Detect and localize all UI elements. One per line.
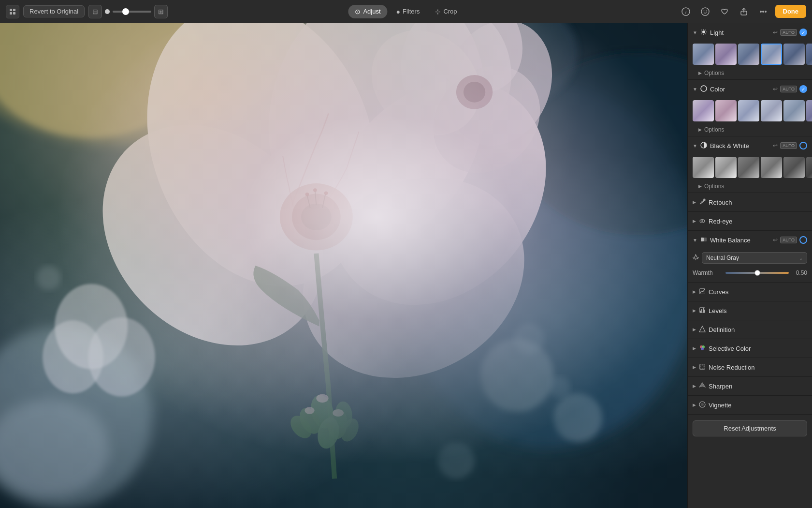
filters-icon: ● bbox=[396, 8, 400, 15]
light-title: Light bbox=[710, 29, 770, 36]
color-thumb-6[interactable] bbox=[806, 100, 812, 121]
right-panel: ▼ Light ↩ bbox=[687, 23, 812, 508]
wb-content: Neutral Gray ⌄ Warmth 0.50 bbox=[688, 249, 812, 282]
selective-color-chevron: ▶ bbox=[693, 346, 696, 351]
light-thumb-3[interactable] bbox=[738, 44, 759, 65]
selective-color-section-header[interactable]: ▶ Selective Color bbox=[688, 339, 812, 358]
svg-rect-98 bbox=[702, 368, 703, 369]
more-button[interactable] bbox=[756, 4, 770, 19]
bw-thumb-4[interactable] bbox=[761, 157, 782, 178]
photo-display bbox=[0, 23, 687, 508]
svg-line-66 bbox=[701, 30, 702, 30]
bw-options[interactable]: ▶ Options bbox=[688, 181, 812, 193]
sharpen-chevron: ▶ bbox=[693, 384, 696, 388]
light-actions: ↩ AUTO ✓ bbox=[773, 29, 807, 36]
light-options-label: Options bbox=[704, 70, 724, 76]
svg-rect-0 bbox=[10, 9, 12, 11]
levels-chevron: ▶ bbox=[693, 308, 696, 313]
light-options[interactable]: ▶ Options bbox=[688, 68, 812, 79]
sharpen-section-header[interactable]: ▶ Sharpen bbox=[688, 377, 812, 395]
light-toggle[interactable]: ✓ bbox=[799, 29, 807, 36]
done-button[interactable]: Done bbox=[775, 5, 807, 18]
svg-rect-2 bbox=[10, 12, 12, 15]
wb-section: ▼ White Balance ↩ AUTO bbox=[688, 231, 812, 283]
light-thumb-1[interactable] bbox=[693, 44, 714, 65]
svg-rect-12 bbox=[765, 11, 767, 13]
color-thumb-3[interactable] bbox=[738, 100, 759, 121]
noise-reduction-section-header[interactable]: ▶ Noise Reduction bbox=[688, 358, 812, 376]
redeye-section-header[interactable]: ▶ Red-eye bbox=[688, 212, 812, 230]
vignette-section-header[interactable]: ▶ Vignette bbox=[688, 396, 812, 414]
light-thumb-6[interactable] bbox=[806, 44, 812, 65]
svg-line-68 bbox=[705, 30, 706, 30]
adjust-tab[interactable]: ⊙ Adjust bbox=[348, 5, 387, 18]
light-section: ▼ Light ↩ bbox=[688, 23, 812, 80]
bw-section-header[interactable]: ▼ Black & White ↩ AUTO bbox=[688, 136, 812, 155]
color-auto-badge[interactable]: AUTO bbox=[780, 86, 797, 92]
light-reset-icon[interactable]: ↩ bbox=[773, 29, 778, 36]
bw-auto-badge[interactable]: AUTO bbox=[780, 142, 797, 149]
wb-section-header[interactable]: ▼ White Balance ↩ AUTO bbox=[688, 231, 812, 249]
adjust-tab-label: Adjust bbox=[363, 8, 380, 15]
svg-rect-97 bbox=[700, 368, 701, 369]
levels-section-header[interactable]: ▶ Levels bbox=[688, 301, 812, 320]
color-thumb-5[interactable] bbox=[783, 100, 805, 121]
color-toggle[interactable]: ✓ bbox=[799, 85, 807, 93]
filters-tab[interactable]: ● Filters bbox=[390, 5, 427, 18]
bw-thumb-5[interactable] bbox=[783, 157, 805, 178]
redeye-icon bbox=[699, 217, 706, 225]
wb-toggle[interactable] bbox=[799, 236, 807, 244]
svg-marker-87 bbox=[699, 326, 705, 332]
curves-section-header[interactable]: ▶ Curves bbox=[688, 283, 812, 301]
bw-thumb-6[interactable] bbox=[806, 157, 812, 178]
color-thumb-2[interactable] bbox=[715, 100, 737, 121]
svg-point-6 bbox=[701, 8, 709, 15]
selective-color-title: Selective Color bbox=[709, 345, 807, 352]
reset-adjustments-button[interactable]: Reset Adjustments bbox=[693, 420, 807, 436]
heart-button[interactable] bbox=[717, 4, 732, 19]
zoom-slider[interactable] bbox=[113, 11, 151, 13]
zoom-out-button[interactable]: ⊟ bbox=[88, 5, 102, 18]
bw-toggle[interactable] bbox=[799, 142, 807, 149]
wb-preset-dropdown[interactable]: Neutral Gray ⌄ bbox=[702, 252, 807, 264]
bw-thumb-1[interactable] bbox=[693, 157, 714, 178]
bw-reset-icon[interactable]: ↩ bbox=[773, 142, 778, 149]
wb-chevron: ▼ bbox=[693, 238, 697, 243]
adjust-icon: ⊙ bbox=[355, 8, 361, 15]
info-button[interactable]: i bbox=[679, 4, 693, 19]
color-title: Color bbox=[710, 86, 770, 93]
color-reset-icon[interactable]: ↩ bbox=[773, 86, 778, 92]
light-thumb-4[interactable] bbox=[761, 44, 782, 65]
light-chevron: ▼ bbox=[693, 30, 697, 35]
wb-auto-badge[interactable]: AUTO bbox=[780, 237, 797, 243]
zoom-slider-container: ⊟ ⊞ bbox=[88, 5, 168, 18]
share-button[interactable] bbox=[737, 4, 751, 19]
retouch-section-header[interactable]: ▶ Retouch bbox=[688, 193, 812, 211]
light-auto-badge[interactable]: AUTO bbox=[780, 29, 797, 36]
bw-thumb-2[interactable] bbox=[715, 157, 737, 178]
color-thumb-4[interactable] bbox=[761, 100, 782, 121]
sharpen-title: Sharpen bbox=[709, 383, 807, 390]
bw-thumb-3[interactable] bbox=[738, 157, 759, 178]
toolbar: Revert to Original ⊟ ⊞ ⊙ Adjust ● Filter… bbox=[0, 0, 812, 23]
light-thumb-2[interactable] bbox=[715, 44, 737, 65]
zoom-in-button[interactable]: ⊞ bbox=[154, 5, 168, 18]
color-thumb-1[interactable] bbox=[693, 100, 714, 121]
grid-view-button[interactable] bbox=[6, 5, 19, 18]
revert-button[interactable]: Revert to Original bbox=[23, 5, 85, 17]
color-section-header[interactable]: ▼ Color ↩ AUTO ✓ bbox=[688, 80, 812, 98]
color-options[interactable]: ▶ Options bbox=[688, 124, 812, 136]
light-thumb-5[interactable] bbox=[783, 44, 805, 65]
definition-section: ▶ Definition bbox=[688, 320, 812, 339]
photo-area bbox=[0, 23, 687, 508]
warmth-slider[interactable] bbox=[725, 272, 789, 274]
light-section-header[interactable]: ▼ Light ↩ bbox=[688, 23, 812, 42]
face-button[interactable] bbox=[698, 4, 712, 19]
wb-reset-icon[interactable]: ↩ bbox=[773, 237, 778, 243]
svg-rect-92 bbox=[700, 364, 701, 366]
bw-chevron: ▼ bbox=[693, 143, 697, 149]
crop-tab[interactable]: ⊹ Crop bbox=[428, 5, 464, 18]
light-thumb-strip bbox=[688, 42, 812, 68]
wb-dropdown-arrow: ⌄ bbox=[799, 255, 803, 261]
definition-section-header[interactable]: ▶ Definition bbox=[688, 320, 812, 339]
